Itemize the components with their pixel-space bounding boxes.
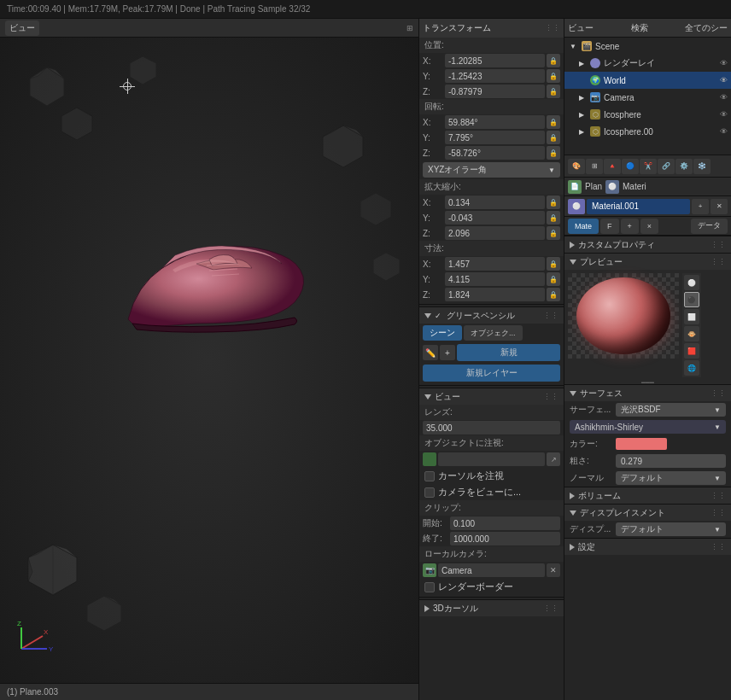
disp-field[interactable]: デフォルト ▼ bbox=[616, 522, 726, 536]
preview-active-icon[interactable]: ⚫ bbox=[684, 292, 699, 307]
roughness-field[interactable]: 0.279 bbox=[616, 454, 726, 468]
pos-x-lock[interactable]: 🔒 bbox=[547, 54, 560, 67]
color-swatch[interactable] bbox=[616, 438, 667, 450]
view-toggle[interactable]: ビュー ⋮⋮ bbox=[419, 388, 564, 405]
normal-field[interactable]: デフォルト ▼ bbox=[616, 471, 726, 485]
viewport-canvas[interactable]: X Y Z bbox=[0, 38, 418, 683]
scale-x-field[interactable]: 0.134 bbox=[445, 195, 545, 209]
clip-start-field[interactable]: 0.100 bbox=[450, 516, 560, 530]
mat-close-btn[interactable]: ✕ bbox=[711, 199, 728, 214]
gp-add-icon[interactable]: + bbox=[440, 345, 455, 360]
dim-z-lock[interactable]: 🔒 bbox=[547, 288, 560, 301]
outliner-item-world[interactable]: 🌍 World 👁 bbox=[564, 72, 731, 89]
scale-y-field[interactable]: -0.043 bbox=[445, 211, 545, 225]
mat-icon-3[interactable]: 🔺 bbox=[604, 159, 621, 174]
ico-eye-icon[interactable]: 👁 bbox=[720, 110, 728, 119]
render-border-checkbox[interactable] bbox=[424, 582, 435, 592]
focus-value-field[interactable] bbox=[438, 452, 545, 466]
mat-icon-4[interactable]: 🔵 bbox=[622, 159, 639, 174]
mat-tab-add[interactable]: + bbox=[621, 219, 639, 234]
world-eye-icon[interactable]: 👁 bbox=[720, 76, 728, 85]
outliner-item-scene[interactable]: ▼ 🎬 Scene bbox=[564, 38, 731, 55]
scale-z-field[interactable]: 2.096 bbox=[445, 226, 545, 240]
plan-label[interactable]: Plan bbox=[585, 182, 602, 191]
preview-cube-icon[interactable]: ⬜ bbox=[684, 309, 699, 324]
preview-monkey-icon[interactable]: 🐵 bbox=[684, 326, 699, 341]
outliner-item-camera[interactable]: ▶ 📷 Camera 👁 bbox=[564, 89, 731, 106]
pos-x-field[interactable]: -1.20285 bbox=[445, 54, 545, 67]
rot-z-lock[interactable]: 🔒 bbox=[547, 146, 560, 160]
mat-tab-close[interactable]: × bbox=[640, 219, 658, 234]
mat-icon-5[interactable]: ✂️ bbox=[640, 159, 657, 174]
3d-cursor-toggle[interactable]: 3Dカーソル ⋮⋮ bbox=[419, 599, 564, 616]
outliner-filter-btn[interactable]: 全てのシー bbox=[685, 22, 728, 34]
rot-x-field[interactable]: 59.884° bbox=[445, 115, 545, 129]
dim-y-field[interactable]: 4.115 bbox=[445, 272, 545, 286]
focus-expand-btn[interactable]: ↗ bbox=[547, 452, 560, 466]
camera-eye-icon[interactable]: 👁 bbox=[720, 93, 728, 102]
dim-x-field[interactable]: 1.457 bbox=[445, 257, 545, 271]
preview-toggle[interactable]: プレビュー ⋮⋮ bbox=[564, 253, 731, 270]
lens-field[interactable]: 35.000 bbox=[423, 421, 560, 435]
dim-x-lock[interactable]: 🔒 bbox=[547, 257, 560, 271]
local-cam-close[interactable]: ✕ bbox=[547, 563, 560, 577]
dim-z-field[interactable]: 1.824 bbox=[445, 288, 545, 301]
scale-z-lock[interactable]: 🔒 bbox=[547, 226, 560, 240]
volume-toggle[interactable]: ボリューム ⋮⋮ bbox=[564, 487, 731, 504]
viewport-nav-icon[interactable]: ⊞ bbox=[406, 24, 413, 32]
outliner-item-render[interactable]: ▶ レンダーレイ 👁 bbox=[564, 55, 731, 72]
euler-mode-dropdown[interactable]: XYZオイラー角 ▼ bbox=[423, 162, 560, 178]
displacement-toggle[interactable]: ディスプレイスメント ⋮⋮ bbox=[564, 504, 731, 521]
gp-new-layer-btn[interactable]: 新規レイヤー bbox=[423, 365, 560, 382]
mat-icon-8[interactable]: ❄️ bbox=[693, 159, 711, 174]
ico00-eye-icon[interactable]: 👁 bbox=[720, 127, 728, 136]
cursor-checkbox[interactable] bbox=[424, 471, 435, 481]
mat-name-field[interactable]: Material.001 bbox=[587, 199, 690, 214]
pos-y-lock[interactable]: 🔒 bbox=[547, 69, 560, 83]
pos-z-lock[interactable]: 🔒 bbox=[547, 85, 560, 98]
rot-y-lock[interactable]: 🔒 bbox=[547, 131, 560, 144]
shader-field[interactable]: Ashikhmin-Shirley ▼ bbox=[570, 420, 726, 434]
outliner-item-icosphere[interactable]: ▶ ⬡ Icosphere 👁 bbox=[564, 106, 731, 123]
mat-tab-data[interactable]: データ bbox=[691, 219, 728, 234]
gp-paint-icon[interactable]: ✏️ bbox=[423, 345, 438, 360]
local-cam-field[interactable]: Camera bbox=[438, 563, 545, 577]
clip-end-field[interactable]: 1000.000 bbox=[450, 532, 560, 545]
mat-icon-6[interactable]: 🔗 bbox=[658, 159, 675, 174]
preview-mat-icon[interactable]: 🟥 bbox=[684, 343, 699, 359]
pos-y-field[interactable]: -1.25423 bbox=[445, 69, 545, 83]
material-sphere-icon: ⚪ bbox=[605, 180, 619, 194]
gp-scene-tab[interactable]: シーン bbox=[423, 325, 462, 341]
scale-y-lock[interactable]: 🔒 bbox=[547, 211, 560, 225]
dim-y-lock[interactable]: 🔒 bbox=[547, 272, 560, 286]
pos-z-field[interactable]: -0.87979 bbox=[445, 85, 545, 98]
displacement-grip: ⋮⋮ bbox=[711, 509, 726, 517]
rot-z-field[interactable]: -58.726° bbox=[445, 146, 545, 160]
surface-toggle[interactable]: サーフェス ⋮⋮ bbox=[564, 384, 731, 401]
outliner-search-btn[interactable]: 検索 bbox=[597, 22, 681, 34]
mat-tab-f[interactable]: F bbox=[600, 219, 619, 234]
outliner-view-btn[interactable]: ビュー bbox=[568, 22, 594, 34]
viewport-view-btn[interactable]: ビュー bbox=[5, 20, 39, 36]
rot-y-field[interactable]: 7.795° bbox=[445, 131, 545, 144]
mat-icon-1[interactable]: 🎨 bbox=[568, 159, 585, 174]
mat-icon-2[interactable]: ⊞ bbox=[586, 159, 603, 174]
rot-x-lock[interactable]: 🔒 bbox=[547, 115, 560, 129]
preview-sphere-icon[interactable]: ⚪ bbox=[684, 275, 699, 290]
gp-toggle[interactable]: ✓ グリースペンシル ⋮⋮ bbox=[419, 306, 564, 324]
material-nav-label[interactable]: Materi bbox=[623, 182, 646, 191]
gp-object-tab[interactable]: オブジェク... bbox=[464, 325, 523, 341]
render-eye-icon[interactable]: 👁 bbox=[720, 59, 728, 67]
camera-checkbox[interactable] bbox=[424, 487, 435, 498]
3d-cursor-grip: ⋮⋮ bbox=[543, 604, 558, 613]
preview-env-icon[interactable]: 🌐 bbox=[684, 360, 699, 376]
settings-toggle[interactable]: 設定 ⋮⋮ bbox=[564, 538, 731, 555]
scale-x-lock[interactable]: 🔒 bbox=[547, 195, 560, 209]
custom-props-toggle[interactable]: カスタムプロパティ ⋮⋮ bbox=[564, 236, 731, 253]
outliner-item-icosphere00[interactable]: ▶ ⬡ Icosphere.00 👁 bbox=[564, 123, 731, 140]
mat-add-btn[interactable]: + bbox=[692, 199, 709, 214]
mat-tab-mate[interactable]: Mate bbox=[568, 219, 599, 234]
mat-icon-7[interactable]: ⚙️ bbox=[675, 159, 693, 174]
gp-new-btn[interactable]: 新規 bbox=[457, 344, 560, 361]
surface-type-field[interactable]: 光沢BSDF ▼ bbox=[616, 403, 726, 417]
